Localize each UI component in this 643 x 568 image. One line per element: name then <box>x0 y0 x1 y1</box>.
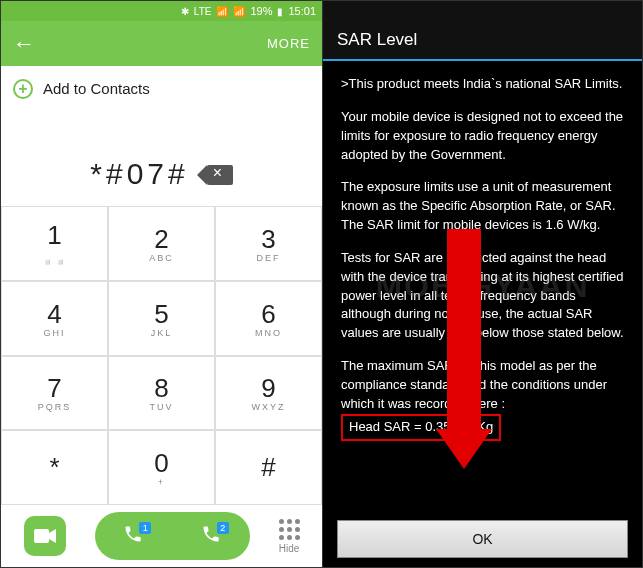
back-icon[interactable]: ← <box>13 31 35 57</box>
call-sim2-button[interactable]: 2 <box>201 524 221 549</box>
sar-dialog-footer: OK <box>323 511 642 567</box>
more-button[interactable]: MORE <box>267 36 310 51</box>
add-to-contacts-label: Add to Contacts <box>43 80 150 97</box>
add-to-contacts-row[interactable]: + Add to Contacts <box>1 66 322 111</box>
battery-text: 19% <box>250 5 272 17</box>
key-5[interactable]: 5JKL <box>108 281 215 356</box>
key-num: 2 <box>154 224 168 255</box>
plus-icon[interactable]: + <box>13 79 33 99</box>
key-sub: WXYZ <box>252 402 286 412</box>
dialed-number: *#07# <box>90 157 188 191</box>
key-4[interactable]: 4GHI <box>1 281 108 356</box>
sim1-badge: 1 <box>139 522 151 534</box>
sar-p3: The exposure limits use a unit of measur… <box>341 178 624 235</box>
key-sub: GHI <box>43 328 65 338</box>
video-call-button[interactable] <box>24 516 66 556</box>
backspace-icon[interactable] <box>207 165 233 185</box>
dial-display: *#07# <box>1 111 322 206</box>
keypad-dots-icon <box>279 519 300 540</box>
key-8[interactable]: 8TUV <box>108 356 215 431</box>
key-num: 8 <box>154 373 168 404</box>
key-num: 0 <box>154 448 168 479</box>
key-*[interactable]: * <box>1 430 108 505</box>
hide-keypad-button[interactable]: Hide <box>279 519 300 554</box>
key-1[interactable]: 1 ◽◽ <box>1 206 108 281</box>
key-num: 5 <box>154 299 168 330</box>
key-num: 9 <box>261 373 275 404</box>
key-num: * <box>49 452 59 483</box>
left-status-bar: ✱ LTE 📶 📶 19% ▮ 15:01 <box>1 1 322 21</box>
dialer-header: ← MORE <box>1 21 322 66</box>
key-0[interactable]: 0+ <box>108 430 215 505</box>
key-num: 4 <box>47 299 61 330</box>
key-9[interactable]: 9WXYZ <box>215 356 322 431</box>
svg-rect-0 <box>34 529 49 543</box>
key-sub: ABC <box>149 253 174 263</box>
signal-icon: 📶 <box>216 6 228 17</box>
keypad: 1 ◽◽2ABC3DEF4GHI5JKL6MNO7PQRS8TUV9WXYZ*0… <box>1 206 322 505</box>
key-num: # <box>261 452 275 483</box>
sim2-badge: 2 <box>217 522 229 534</box>
signal-icon-2: 📶 <box>233 6 245 17</box>
sar-p2: Your mobile device is designed not to ex… <box>341 108 624 165</box>
key-num: 3 <box>261 224 275 255</box>
bluetooth-icon: ✱ <box>181 6 189 17</box>
key-num: 1 <box>47 220 61 251</box>
key-6[interactable]: 6MNO <box>215 281 322 356</box>
sar-dialog-header: SAR Level <box>323 21 642 61</box>
battery-icon: ▮ <box>277 6 283 17</box>
call-buttons[interactable]: 1 2 <box>95 512 250 560</box>
sar-title: SAR Level <box>337 30 417 50</box>
key-3[interactable]: 3DEF <box>215 206 322 281</box>
action-bar: 1 2 Hide <box>1 505 322 567</box>
lte-icon: LTE <box>194 6 212 17</box>
call-sim1-button[interactable]: 1 <box>123 524 143 549</box>
sar-p5: The maximum SAR for this model as per th… <box>341 357 624 440</box>
key-sub: JKL <box>151 328 173 338</box>
key-num: 6 <box>261 299 275 330</box>
voicemail-icon: ◽◽ <box>42 257 68 267</box>
red-arrow-annotation <box>447 229 481 479</box>
key-sub: MNO <box>255 328 282 338</box>
sar-dialog-body: MOBIGYAAN >This product meets India`s na… <box>323 61 642 511</box>
key-#[interactable]: # <box>215 430 322 505</box>
key-sub: DEF <box>257 253 281 263</box>
key-7[interactable]: 7PQRS <box>1 356 108 431</box>
sar-p1: >This product meets India`s national SAR… <box>341 75 624 94</box>
key-sub: TUV <box>150 402 174 412</box>
key-2[interactable]: 2ABC <box>108 206 215 281</box>
key-sub: + <box>158 477 165 487</box>
right-status-bar <box>323 1 642 21</box>
ok-button[interactable]: OK <box>337 520 628 558</box>
hide-label: Hide <box>279 543 300 554</box>
clock: 15:01 <box>288 5 316 17</box>
key-num: 7 <box>47 373 61 404</box>
key-sub: PQRS <box>38 402 72 412</box>
sar-p4: Tests for SAR are conducted against the … <box>341 249 624 343</box>
